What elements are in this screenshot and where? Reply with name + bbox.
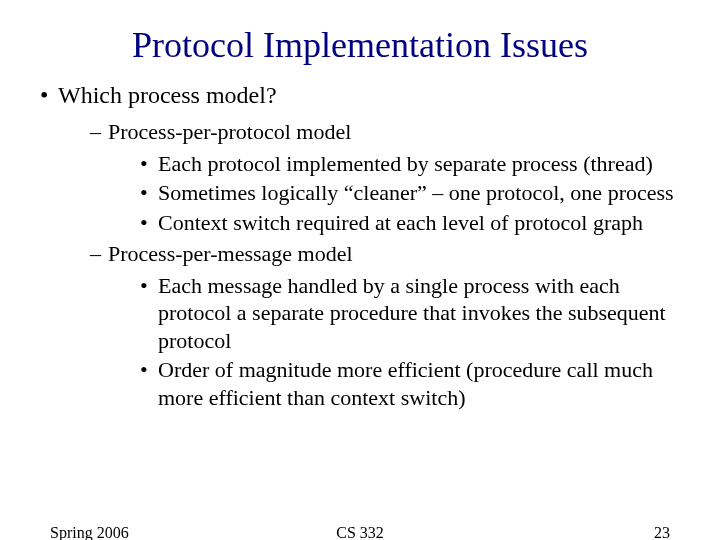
- bullet-level3: •Context switch required at each level o…: [140, 209, 680, 237]
- bullet-text: Each protocol implemented by separate pr…: [158, 151, 653, 176]
- dash-icon: –: [90, 240, 108, 268]
- bullet-level1: •Which process model?: [40, 80, 680, 110]
- slide-title: Protocol Implementation Issues: [40, 24, 680, 66]
- bullet-text: Process-per-protocol model: [108, 119, 351, 144]
- bullet-level3: •Order of magnitude more efficient (proc…: [140, 356, 680, 411]
- bullet-text: Order of magnitude more efficient (proce…: [158, 357, 653, 410]
- footer-left: Spring 2006: [50, 524, 129, 540]
- bullet-level2: –Process-per-message model: [90, 240, 680, 268]
- bullet-dot-icon: •: [40, 80, 58, 110]
- bullet-level2: –Process-per-protocol model: [90, 118, 680, 146]
- bullet-dot-icon: •: [140, 179, 158, 207]
- slide-footer: Spring 2006 CS 332 23: [0, 524, 720, 540]
- bullet-text: Which process model?: [58, 82, 277, 108]
- slide: Protocol Implementation Issues •Which pr…: [0, 24, 720, 540]
- bullet-dot-icon: •: [140, 209, 158, 237]
- bullet-text: Process-per-message model: [108, 241, 353, 266]
- bullet-text: Each message handled by a single process…: [158, 273, 666, 353]
- bullet-dot-icon: •: [140, 272, 158, 300]
- bullet-level3: •Sometimes logically “cleaner” – one pro…: [140, 179, 680, 207]
- dash-icon: –: [90, 118, 108, 146]
- slide-body: •Which process model? –Process-per-proto…: [40, 80, 680, 411]
- footer-page-number: 23: [654, 524, 670, 540]
- bullet-text: Sometimes logically “cleaner” – one prot…: [158, 180, 674, 205]
- bullet-level3: •Each message handled by a single proces…: [140, 272, 680, 355]
- bullet-dot-icon: •: [140, 150, 158, 178]
- bullet-text: Context switch required at each level of…: [158, 210, 643, 235]
- bullet-level3: •Each protocol implemented by separate p…: [140, 150, 680, 178]
- bullet-dot-icon: •: [140, 356, 158, 384]
